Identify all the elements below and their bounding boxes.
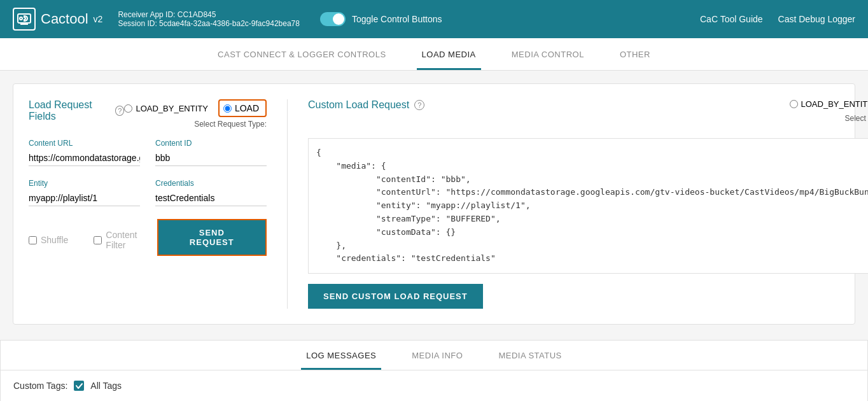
toggle-switch[interactable] [320, 12, 346, 26]
header: Cactool v2 Receiver App ID: CC1AD845 Ses… [0, 0, 868, 38]
toggle-area[interactable]: Toggle Control Buttons [320, 12, 442, 26]
bottom-content: Custom Tags: All Tags [1, 370, 867, 401]
custom-load-title: Custom Load Request ? [308, 99, 424, 111]
session-id: Session ID: 5cdae4fa-32aa-4386-ba2c-9fac… [118, 19, 300, 28]
custom-select-request-type-label: Select Request Type: [845, 114, 868, 123]
select-request-type-label: Select Request Type: [194, 120, 267, 129]
radio-load-box: LOAD [218, 99, 267, 117]
entity-field: Entity [29, 179, 140, 206]
credentials-field: Credentials [155, 179, 267, 206]
tab-media-status[interactable]: MEDIA STATUS [493, 341, 566, 370]
toggle-label: Toggle Control Buttons [352, 14, 442, 24]
cac-tool-guide-link[interactable]: CaC Tool Guide [700, 14, 763, 24]
send-request-button[interactable]: SEND REQUEST [157, 219, 267, 256]
content-url-input[interactable] [29, 150, 140, 166]
cast-debug-logger-link[interactable]: Cast Debug Logger [778, 14, 855, 24]
logo-icon [13, 8, 36, 31]
right-panel-header: Custom Load Request ? LOAD_BY_ENTITY LOA… [308, 99, 868, 133]
content-url-field: Content URL [29, 139, 140, 166]
radio-load-by-entity-label[interactable]: LOAD_BY_ENTITY [124, 104, 207, 113]
entity-label: Entity [29, 179, 140, 188]
credentials-label: Credentials [155, 179, 267, 188]
help-icon[interactable]: ? [115, 106, 124, 116]
bottom-section: LOG MESSAGES MEDIA INFO MEDIA STATUS Cus… [0, 340, 868, 401]
checkbox-row: Shuffle Content Filter [29, 230, 157, 250]
form-row-1: Content URL Content ID [29, 139, 267, 166]
content-id-input[interactable] [155, 150, 267, 166]
send-custom-load-button[interactable]: SEND CUSTOM LOAD REQUEST [308, 284, 483, 309]
shuffle-checkbox-label[interactable]: Shuffle [29, 235, 68, 245]
all-tags-checkbox[interactable] [74, 381, 84, 391]
json-editor[interactable]: { "media": { "contentId": "bbb", "conten… [308, 138, 868, 274]
tab-other[interactable]: OTHER [615, 38, 655, 70]
bottom-tabs: LOG MESSAGES MEDIA INFO MEDIA STATUS [1, 341, 867, 370]
right-radio-group: LOAD_BY_ENTITY LOAD Select Request Type: [790, 99, 868, 133]
entity-input[interactable] [29, 190, 140, 206]
panel-title: Load Request Fields ? [29, 99, 124, 122]
receiver-app-id: Receiver App ID: CC1AD845 [118, 10, 300, 19]
custom-radio-load-by-entity-label[interactable]: LOAD_BY_ENTITY [790, 99, 868, 109]
nav-tabs: CAST CONNECT & LOGGER CONTROLS LOAD MEDI… [0, 38, 868, 71]
shuffle-checkbox[interactable] [29, 236, 37, 244]
tab-load-media[interactable]: LOAD MEDIA [417, 38, 481, 70]
load-media-card: Load Request Fields ? LOAD_BY_ENTITY LOA… [13, 83, 855, 325]
credentials-input[interactable] [155, 190, 267, 206]
tab-media-info[interactable]: MEDIA INFO [407, 341, 468, 370]
custom-tags-label: Custom Tags: [13, 381, 67, 391]
form-row-2: Entity Credentials [29, 179, 267, 206]
left-panel: Load Request Fields ? LOAD_BY_ENTITY LOA… [29, 99, 288, 309]
toggle-knob [333, 13, 344, 25]
content-filter-checkbox[interactable] [94, 236, 102, 244]
tab-log-messages[interactable]: LOG MESSAGES [301, 341, 381, 370]
custom-radio-load-by-entity[interactable] [790, 100, 798, 108]
all-tags-label: All Tags [90, 381, 122, 391]
tab-cast-connect[interactable]: CAST CONNECT & LOGGER CONTROLS [213, 38, 391, 70]
logo-text: Cactool [41, 11, 88, 27]
radio-load[interactable] [223, 104, 232, 113]
content-id-label: Content ID [155, 139, 267, 148]
content-url-label: Content URL [29, 139, 140, 148]
content-id-field: Content ID [155, 139, 267, 166]
custom-help-icon[interactable]: ? [414, 100, 424, 110]
custom-tags-row: Custom Tags: All Tags [13, 381, 855, 391]
radio-load-by-entity[interactable] [124, 104, 132, 113]
content-filter-checkbox-label[interactable]: Content Filter [94, 230, 157, 250]
main-content: Load Request Fields ? LOAD_BY_ENTITY LOA… [0, 71, 868, 337]
request-type-radios: LOAD_BY_ENTITY LOAD [124, 99, 267, 117]
tab-media-control[interactable]: MEDIA CONTROL [507, 38, 589, 70]
svg-point-1 [20, 17, 22, 20]
right-panel: Custom Load Request ? LOAD_BY_ENTITY LOA… [288, 99, 868, 309]
radio-area-left: LOAD_BY_ENTITY LOAD Select Request Type: [124, 99, 267, 139]
header-links: CaC Tool Guide Cast Debug Logger [700, 14, 855, 24]
header-info: Receiver App ID: CC1AD845 Session ID: 5c… [118, 10, 300, 28]
logo: Cactool v2 [13, 8, 102, 31]
custom-request-type-radios: LOAD_BY_ENTITY LOAD [790, 99, 868, 109]
logo-version: v2 [94, 14, 103, 24]
